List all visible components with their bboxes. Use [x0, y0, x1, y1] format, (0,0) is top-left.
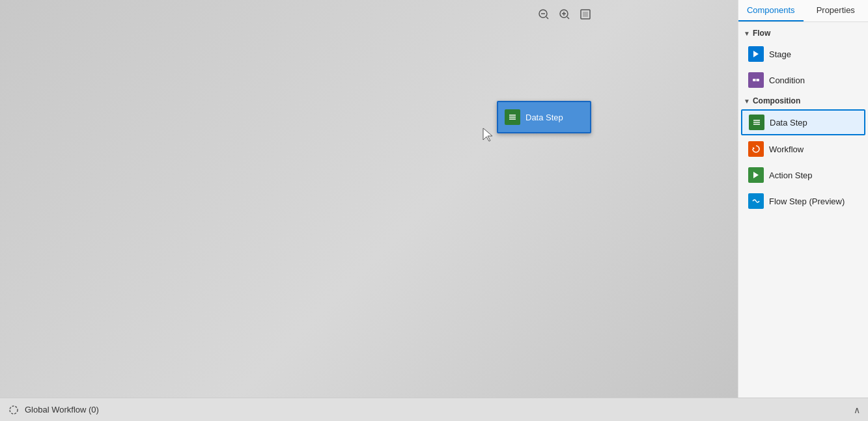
- workflow-icon: [748, 141, 764, 157]
- component-flow-step[interactable]: Flow Step (Preview): [741, 189, 865, 213]
- svg-rect-8: [583, 12, 588, 17]
- section-composition-label: Composition: [753, 96, 800, 105]
- flow-arrow-icon: ▼: [744, 30, 750, 37]
- zoom-out-button[interactable]: [535, 5, 553, 23]
- tab-properties[interactable]: Properties: [804, 0, 869, 21]
- data-step-icon: [749, 115, 764, 130]
- flow-step-icon: [748, 193, 764, 209]
- data-step-label: Data Step: [770, 118, 807, 128]
- expand-button[interactable]: ∧: [854, 405, 860, 415]
- svg-point-21: [10, 406, 18, 414]
- svg-marker-12: [753, 51, 759, 57]
- component-data-step[interactable]: Data Step: [741, 109, 865, 135]
- flow-step-label: Flow Step (Preview): [769, 197, 845, 206]
- component-condition[interactable]: Condition: [741, 68, 865, 92]
- section-flow-label: Flow: [753, 29, 770, 38]
- stage-label: Stage: [769, 49, 791, 59]
- action-step-icon: [748, 167, 764, 183]
- section-composition: ▼ Composition: [738, 94, 868, 108]
- zoom-in-button[interactable]: [555, 5, 574, 23]
- svg-point-15: [757, 79, 759, 81]
- canvas-data-step-node[interactable]: Data Step: [497, 101, 591, 133]
- fit-view-button[interactable]: [576, 5, 595, 23]
- section-flow: ▼ Flow: [738, 26, 868, 40]
- canvas-toolbar: [535, 5, 595, 23]
- composition-arrow-icon: ▼: [744, 98, 750, 105]
- condition-label: Condition: [769, 75, 805, 85]
- panel-content: ▼ Flow Stage: [738, 22, 868, 398]
- bottom-bar: Global Workflow (0) ∧: [0, 398, 868, 421]
- cursor-indicator: [482, 127, 494, 143]
- workflow-spinner-icon: [8, 404, 20, 416]
- global-workflow-label: Global Workflow (0): [25, 405, 99, 414]
- svg-marker-20: [753, 172, 759, 178]
- tab-components[interactable]: Components: [738, 0, 804, 21]
- svg-line-2: [546, 17, 548, 19]
- canvas-node-label: Data Step: [525, 113, 563, 122]
- svg-line-6: [567, 17, 569, 19]
- canvas-area: Data Step: [0, 0, 738, 398]
- component-workflow[interactable]: Workflow: [741, 137, 865, 161]
- canvas-node-icon: [505, 109, 520, 125]
- action-step-label: Action Step: [769, 170, 813, 180]
- panel-tabs: Components Properties: [738, 0, 868, 22]
- right-panel: Components Properties ▼ Flow Stage: [738, 0, 868, 398]
- condition-icon: [748, 72, 764, 88]
- stage-icon: [748, 46, 764, 62]
- svg-marker-19: [753, 147, 755, 150]
- component-stage[interactable]: Stage: [741, 42, 865, 66]
- svg-point-14: [753, 79, 755, 81]
- workflow-label: Workflow: [769, 144, 804, 154]
- main-area: Data Step Components Properties ▼ Flow: [0, 0, 868, 398]
- component-action-step[interactable]: Action Step: [741, 163, 865, 187]
